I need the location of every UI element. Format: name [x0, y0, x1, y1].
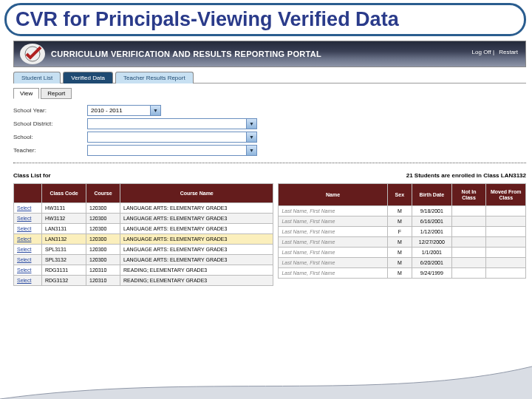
course-name: LANGUAGE ARTS: ELEMENTARY GRADE3 [120, 224, 273, 234]
subtab-report[interactable]: Report [41, 88, 72, 99]
district-label: School District: [13, 120, 87, 127]
student-sex: M [387, 268, 412, 279]
banner-links: Log Off | Restart [469, 49, 518, 55]
select-link[interactable]: Select [14, 245, 42, 255]
course-num: 120300 [86, 245, 120, 255]
school-dropdown[interactable]: ▼ [87, 132, 257, 143]
col-course-name: Course Name [120, 184, 273, 203]
student-name: Last Name, First Name [279, 227, 387, 237]
chevron-down-icon: ▼ [246, 146, 256, 155]
teacher-dropdown[interactable]: ▼ [87, 145, 257, 156]
school-year-dropdown[interactable]: 2010 - 2011 ▼ [87, 105, 161, 116]
notin-cell[interactable] [451, 268, 486, 279]
student-sex: M [387, 237, 412, 248]
district-dropdown[interactable]: ▼ [87, 118, 257, 129]
col-course: Course [86, 184, 120, 203]
tab-teacher-results[interactable]: Teacher Results Report [115, 72, 194, 83]
course-name: READING; ELEMENTARY GRADE3 [120, 276, 273, 286]
class-code: RDG3132 [42, 276, 86, 286]
students-header: 21 Students are enrolled in Class LAN313… [278, 172, 526, 179]
col-sex: Sex [387, 184, 412, 206]
col-birth: Birth Date [412, 184, 452, 206]
course-name: LANGUAGE ARTS: ELEMENTARY GRADE3 [120, 214, 273, 224]
notin-cell[interactable] [451, 216, 486, 227]
moved-cell[interactable] [486, 268, 526, 279]
tab-student-list[interactable]: Student List [13, 72, 61, 83]
course-name: LANGUAGE ARTS: ELEMENTARY GRADE3 [120, 234, 273, 245]
slide-title-frame: CVR for Principals-Viewing Verified Data [4, 3, 526, 36]
class-code: LAN3132 [42, 234, 86, 245]
select-link[interactable]: Select [14, 214, 42, 224]
table-row: Last Name, First NameM12/27/2000 [279, 237, 526, 248]
student-name: Last Name, First Name [279, 206, 387, 216]
col-notin: Not In Class [451, 184, 486, 206]
col-class-code: Class Code [42, 184, 86, 203]
moved-cell[interactable] [486, 248, 526, 258]
course-num: 120310 [86, 265, 120, 276]
select-link[interactable]: Select [14, 255, 42, 265]
moved-cell[interactable] [486, 206, 526, 216]
col-moved: Moved From Class [486, 184, 526, 206]
select-link[interactable]: Select [14, 276, 42, 286]
notin-cell[interactable] [451, 206, 486, 216]
table-row: SelectHW3132120300LANGUAGE ARTS: ELEMENT… [14, 214, 273, 224]
table-row: Last Name, First NameM1/1/2001 [279, 248, 526, 258]
notin-cell[interactable] [451, 237, 486, 248]
portal-title: CURRICULUM VERIFICATION AND RESULTS REPO… [51, 50, 321, 58]
tab-verified-data[interactable]: Verified Data [63, 72, 113, 83]
course-num: 120300 [86, 203, 120, 214]
students-pane: 21 Students are enrolled in Class LAN313… [278, 169, 526, 286]
student-dob: 6/20/2001 [412, 258, 452, 268]
moved-cell[interactable] [486, 227, 526, 237]
table-row: SelectSPL3132120300LANGUAGE ARTS: ELEMEN… [14, 255, 273, 265]
student-dob: 1/1/2001 [412, 248, 452, 258]
course-num: 120300 [86, 255, 120, 265]
logoff-link[interactable]: Log Off [472, 49, 491, 55]
notin-cell[interactable] [451, 248, 486, 258]
restart-link[interactable]: Restart [499, 49, 518, 55]
school-year-value: 2010 - 2011 [88, 107, 150, 114]
class-list-table: Class Code Course Course Name SelectHW31… [13, 183, 273, 286]
student-name: Last Name, First Name [279, 268, 387, 279]
notin-cell[interactable] [451, 227, 486, 237]
col-select [14, 184, 42, 203]
student-sex: M [387, 216, 412, 227]
moved-cell[interactable] [486, 216, 526, 227]
student-name: Last Name, First Name [279, 258, 387, 268]
notin-cell[interactable] [451, 258, 486, 268]
select-link[interactable]: Select [14, 265, 42, 276]
student-sex: M [387, 248, 412, 258]
school-label: School: [13, 134, 87, 140]
select-link[interactable]: Select [14, 234, 42, 245]
teacher-label: Teacher: [13, 147, 87, 154]
student-dob: 9/24/1999 [412, 268, 452, 279]
class-code: LAN3131 [42, 224, 86, 234]
col-name: Name [279, 184, 387, 206]
student-dob: 6/16/2001 [412, 216, 452, 227]
footer-swoosh [0, 364, 532, 399]
course-num: 120300 [86, 234, 120, 245]
table-row: SelectRDG3132120310READING; ELEMENTARY G… [14, 276, 273, 286]
student-dob: 12/27/2000 [412, 237, 452, 248]
course-num: 120310 [86, 276, 120, 286]
portal-banner: CURRICULUM VERIFICATION AND RESULTS REPO… [13, 41, 526, 67]
select-link[interactable]: Select [14, 203, 42, 214]
moved-cell[interactable] [486, 237, 526, 248]
table-row: Last Name, First NameM9/24/1999 [279, 268, 526, 279]
subtab-view[interactable]: View [13, 88, 39, 99]
student-dob: 9/18/2001 [412, 206, 452, 216]
student-name: Last Name, First Name [279, 216, 387, 227]
student-dob: 1/12/2001 [412, 227, 452, 237]
table-row: Last Name, First NameM9/18/2001 [279, 206, 526, 216]
select-link[interactable]: Select [14, 224, 42, 234]
table-row: SelectLAN3132120300LANGUAGE ARTS: ELEMEN… [14, 234, 273, 245]
table-row: Last Name, First NameM6/16/2001 [279, 216, 526, 227]
course-name: LANGUAGE ARTS: ELEMENTARY GRADE3 [120, 203, 273, 214]
student-sex: M [387, 258, 412, 268]
student-name: Last Name, First Name [279, 237, 387, 248]
table-row: SelectLAN3131120300LANGUAGE ARTS: ELEMEN… [14, 224, 273, 234]
tab-row: Student List Verified Data Teacher Resul… [13, 67, 526, 83]
content-row: Class List for Class Code Course Course … [13, 169, 526, 286]
moved-cell[interactable] [486, 258, 526, 268]
students-table: Name Sex Birth Date Not In Class Moved F… [278, 183, 526, 279]
